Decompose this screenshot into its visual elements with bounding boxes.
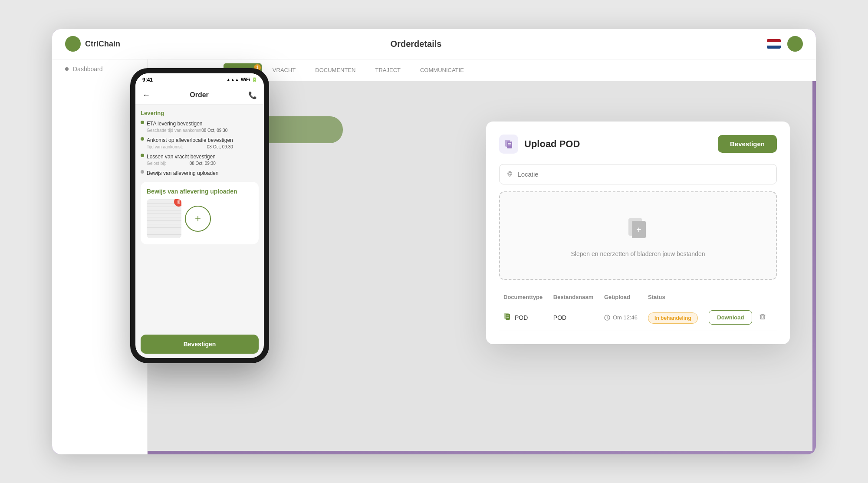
phone-mockup: 9:41 ▲▲▲ WiFi 🔋 ← Order 📞 Levering (130, 68, 269, 363)
phone-time: 9:41 (142, 77, 153, 83)
upload-proof-card: Bewijs van aflevering uploaden 🗑 + (141, 182, 259, 244)
status-badge: In behandeling (648, 312, 698, 324)
phone-list-item: Ankomst op afleverlocatie bevestigen Tij… (141, 137, 259, 149)
header-right (767, 36, 803, 52)
bullet-icon (141, 170, 144, 174)
file-drop-zone[interactable]: + Slepen en neerzetten of bladeren jouw … (499, 191, 777, 280)
filename-cell: POD (549, 304, 600, 331)
location-icon (506, 171, 513, 177)
phone-screen: 9:41 ▲▲▲ WiFi 🔋 ← Order 📞 Levering (135, 73, 264, 358)
table-row: POD POD Om 12:46 (499, 304, 777, 331)
user-avatar[interactable] (787, 36, 803, 52)
svg-rect-10 (506, 314, 510, 320)
delete-thumb-button[interactable]: 🗑 (174, 199, 181, 207)
top-header: CtrlChain Orderdetails (52, 29, 816, 59)
download-button[interactable]: Download (709, 310, 752, 325)
clock-icon (604, 315, 610, 321)
svg-text:+: + (637, 225, 641, 234)
col-bestandsnaam: Bestandsnaam (549, 290, 600, 304)
language-flag-icon[interactable] (767, 39, 781, 49)
col-geupload: Geüpload (600, 290, 644, 304)
phone-item-title: Lossen van vracht bevestigen (147, 154, 216, 160)
action-cell: Download (704, 304, 777, 331)
phone-list-item: Bewijs van aflevering uploaden (141, 170, 259, 177)
bullet-icon (141, 137, 144, 141)
phone-nav: ← Order 📞 (135, 86, 264, 105)
page-title: Orderdetails (65, 39, 767, 49)
col-actions (704, 290, 777, 304)
tab-documenten[interactable]: DOCUMENTEN (306, 63, 364, 77)
phone-back-button[interactable]: ← (142, 91, 150, 100)
modal-title: Upload POD (524, 138, 580, 150)
bullet-icon (141, 121, 144, 124)
phone-confirm-button[interactable]: Bevestigen (141, 335, 259, 354)
add-more-images-button[interactable]: + (185, 206, 211, 232)
document-icon: + (503, 139, 514, 149)
trash-icon (759, 313, 766, 320)
drop-zone-text: Slepen en neerzetten of bladeren jouw be… (509, 250, 767, 257)
document-table: Documenttype Bestandsnaam Geüpload Statu… (499, 290, 777, 332)
phone-list-item: Lossen van vracht bevestigen Gelost bij:… (141, 154, 259, 166)
tab-traject[interactable]: TRAJECT (366, 63, 409, 77)
upload-time: Om 12:46 (613, 314, 638, 321)
phone-section-label: Levering (141, 110, 259, 116)
drop-zone-icon: + (509, 214, 767, 245)
modal-confirm-button[interactable]: Bevestigen (718, 135, 777, 153)
phone-item-title: Bewijs van aflevering uploaden (147, 170, 218, 176)
delete-row-button[interactable] (756, 311, 769, 324)
phone-bottom: Bevestigen (135, 330, 264, 358)
doc-type-cell: POD (499, 304, 549, 331)
doc-type-label: POD (515, 314, 528, 321)
phone-list-item: ETA levering bevestigen Geschatte tijd v… (141, 121, 259, 133)
svg-point-5 (509, 172, 511, 175)
uploaded-cell: Om 12:46 (600, 304, 644, 331)
svg-text:+: + (510, 140, 512, 143)
phone-item-title: Ankomst op afleverlocatie bevestigen (147, 137, 233, 143)
sidebar-dot (65, 67, 69, 71)
location-input-wrap[interactable] (499, 164, 777, 184)
sidebar-item-label: Dashboard (73, 66, 103, 72)
upload-proof-images: 🗑 + (147, 199, 253, 238)
phone-content: Levering ETA levering bevestigen Geschat… (135, 105, 264, 330)
upload-proof-title: Bewijs van aflevering uploaden (147, 188, 253, 195)
modal-header: + Upload POD Bevestigen (499, 135, 777, 154)
phone-call-icon[interactable]: 📞 (248, 91, 257, 99)
phone-screen-title: Order (190, 91, 209, 99)
bullet-icon (141, 154, 144, 157)
status-cell: In behandeling (644, 304, 704, 331)
modal-icon-wrap: + (499, 135, 518, 154)
doc-file-icon (503, 312, 511, 322)
location-input[interactable] (517, 171, 769, 178)
tab-communicatie[interactable]: COMMUNICATIE (411, 63, 473, 77)
upload-pod-modal: + Upload POD Bevestigen (486, 122, 790, 345)
phone-item-title: ETA levering bevestigen (147, 121, 227, 127)
upload-thumb: 🗑 (147, 199, 181, 238)
tab-vracht[interactable]: VRACHT (264, 63, 304, 77)
col-documenttype: Documenttype (499, 290, 549, 304)
modal-title-area: + Upload POD (499, 135, 580, 154)
phone-status-bar: 9:41 ▲▲▲ WiFi 🔋 (135, 73, 264, 86)
svg-rect-14 (760, 315, 765, 319)
col-status: Status (644, 290, 704, 304)
